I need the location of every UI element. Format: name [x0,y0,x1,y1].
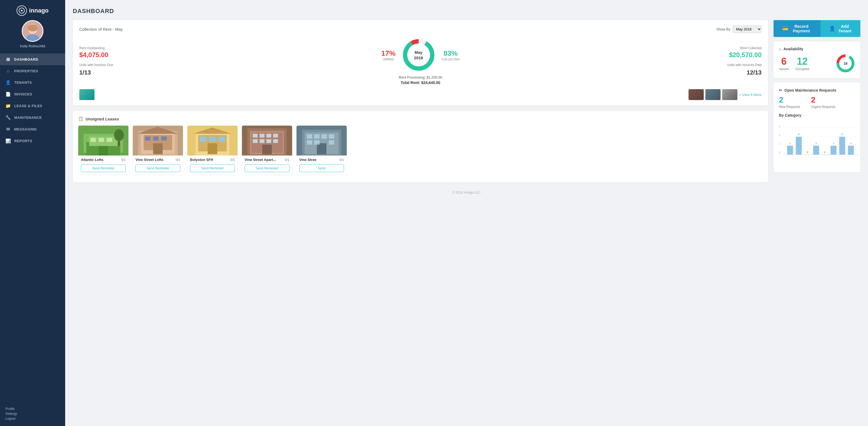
svg-rect-29 [208,143,217,154]
svg-rect-42 [253,139,258,143]
svg-rect-74 [831,146,837,155]
sidebar-item-tenants[interactable]: 👤 TENANTS [0,77,65,88]
sidebar-item-label: LEASE & FILES [14,104,42,108]
new-requests-item: 2 New Requests [779,95,800,109]
svg-rect-56 [329,140,334,145]
svg-text:1: 1 [789,142,790,145]
svg-rect-24 [153,137,159,141]
svg-rect-41 [273,134,278,138]
availability-donut: 18 [836,54,855,73]
lease-count: 0/1 [339,158,344,162]
maintenance-title: ✂ Open Maintenance Requests [779,88,855,92]
svg-rect-43 [259,139,265,143]
send-reminder-button[interactable]: Send Reminder [190,165,235,172]
person-icon: 👤 [5,80,11,85]
sidebar: innago Kelly Rothschild ⊞ DASHBOARD ⌂ PR… [0,0,65,426]
bar-chart-svg: 1 2 0 1 0 [784,125,858,161]
svg-rect-39 [259,134,265,138]
property-image [187,125,238,155]
avatar [22,20,43,42]
lease-count: 0/1 [230,158,235,162]
svg-rect-55 [314,140,319,145]
property-thumbs-row: + View 9 More [79,89,762,100]
sidebar-item-invoices[interactable]: 📄 INVOICES [0,88,65,100]
availability-numbers: 6 Vacant 12 Occupied [779,56,809,71]
svg-text:2: 2 [841,133,843,136]
svg-rect-78 [848,146,854,155]
settings-link[interactable]: Settings [5,412,60,416]
sidebar-item-properties[interactable]: ⌂ PROPERTIES [0,65,65,77]
property-image [242,125,292,155]
send-reminder-button[interactable]: Send Reminder [135,165,180,172]
svg-rect-66 [796,137,802,155]
sidebar-item-maintenance[interactable]: 🔧 MAINTENANCE [0,112,65,123]
footer-text: © 2018 Innago LLC [452,191,480,194]
view-more-link[interactable]: + View 9 More [739,93,762,97]
sidebar-item-messaging[interactable]: ✉ MESSAGING [0,123,65,135]
send-reminder-button[interactable]: Send Reminder [245,165,289,172]
svg-rect-38 [253,134,258,138]
rent-processing: Rent Processing: $1,200.00 [399,75,442,79]
sidebar-item-reports[interactable]: 📊 REPORTS [0,135,65,147]
sidebar-item-lease-files[interactable]: 📁 LEASE & FILES [0,100,65,112]
svg-rect-14 [98,138,104,142]
invoice-icon: 📄 [5,92,11,97]
show-by-select[interactable]: May 2018 April 2018 March 2018 [733,26,762,33]
lease-info: Vine Stree 0/1 [297,155,347,163]
lease-count: 0/1 [285,158,289,162]
svg-text:1: 1 [833,142,834,145]
show-by-group: Show By May 2018 April 2018 March 2018 [716,26,762,33]
dashboard-icon: ⊞ [5,57,11,62]
svg-rect-22 [153,143,163,154]
lease-property-name: Vine Street Lofts [135,158,163,162]
list-item: Atlantic Lofts 0/1 Send Reminder [78,125,128,175]
svg-rect-15 [107,138,112,142]
lease-property-name: Atlantic Lofts [81,158,103,162]
profile-link[interactable]: Profile [5,407,60,411]
list-item: Vine Stree 0/1 Send [297,125,347,175]
svg-text:2: 2 [798,133,799,136]
lease-info: Vine Street Lofts 0/1 [133,155,183,163]
send-reminder-button[interactable]: Send [299,165,344,172]
property-image [78,125,128,155]
lease-info: Atlantic Lofts 0/1 [78,155,128,163]
logout-link[interactable]: Logout [5,417,60,421]
urgent-requests-count: 2 [811,95,835,105]
svg-rect-53 [329,134,334,139]
footer: © 2018 Innago LLC [73,191,860,197]
property-thumb [688,89,704,100]
unsigned-leases-card: 📋 Unsigned Leases [73,111,768,182]
rent-outstanding-label: Rent Outstanding [79,46,396,50]
maintenance-card: ✂ Open Maintenance Requests 2 New Reques… [774,83,860,172]
by-category-title: By Category [779,113,855,117]
rent-outstanding-value: $4,075.00 [79,51,396,59]
new-requests-count: 2 [779,95,800,105]
vacant-count: 6 [779,56,789,67]
add-tenant-icon: 👤 [829,26,835,31]
home-icon: ⌂ [779,47,781,51]
file-icon: 📁 [5,103,11,109]
units-paid-label: Units with Invoices Paid [445,63,762,67]
record-payment-button[interactable]: 💳 Record Payment [774,20,820,37]
donut-center-label: May 2018 [414,50,423,60]
svg-text:1: 1 [850,142,851,145]
svg-text:0: 0 [824,151,825,153]
send-reminder-button[interactable]: Send Reminder [81,165,126,172]
units-due-label: Units with Invoices Due [79,63,396,67]
page-title: DASHBOARD [73,8,860,15]
sidebar-item-label: DASHBOARD [14,57,38,61]
sidebar-nav: ⊞ DASHBOARD ⌂ PROPERTIES 👤 TENANTS 📄 INV… [0,54,65,147]
sidebar-item-label: MESSAGING [14,127,37,131]
rent-left-stats: Rent Outstanding $4,075.00 Units with In… [79,46,396,76]
occupied-count: 12 [795,56,809,67]
svg-rect-70 [813,146,819,155]
add-tenant-button[interactable]: 👤 Add Tenant [820,20,860,37]
property-image [133,125,183,155]
svg-rect-54 [307,140,312,145]
chart-icon: 📊 [5,138,11,144]
sidebar-item-dashboard[interactable]: ⊞ DASHBOARD [0,54,65,65]
lease-info: Bolyston SFH 0/1 [187,155,238,163]
sidebar-username: Kelly Rothschild [20,44,45,48]
lease-property-name: Vine Street Apart... [245,158,276,162]
sidebar-item-label: MAINTENANCE [14,116,42,120]
